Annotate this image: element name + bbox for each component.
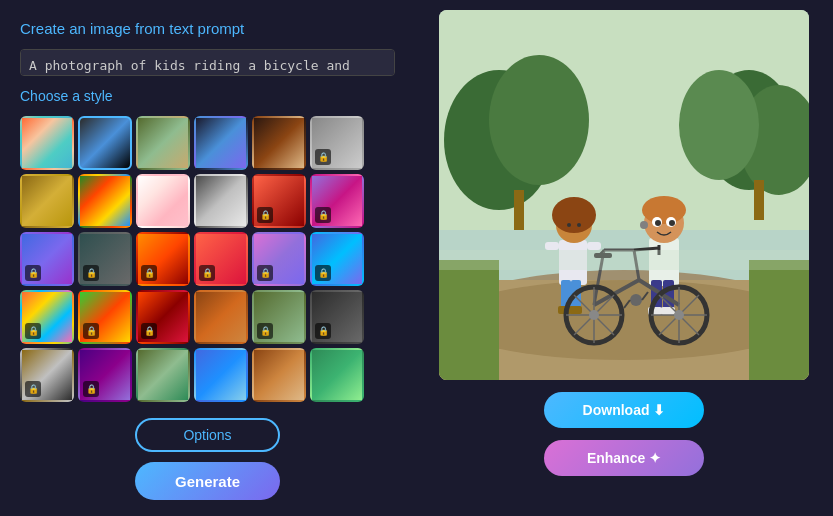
style-item[interactable] — [194, 174, 248, 228]
style-item[interactable]: 🔒 — [136, 290, 190, 344]
svg-point-22 — [567, 223, 571, 227]
lock-icon: 🔒 — [141, 265, 157, 281]
generate-button[interactable]: Generate — [135, 462, 280, 500]
lock-icon: 🔒 — [83, 381, 99, 397]
style-item[interactable] — [310, 348, 364, 402]
right-panel: Download ⬇ Enhance ✦ — [415, 0, 833, 516]
left-panel: Create an image from text prompt A photo… — [0, 0, 415, 516]
svg-rect-14 — [749, 260, 809, 380]
page-title: Create an image from text prompt — [20, 20, 395, 37]
svg-point-21 — [552, 197, 596, 233]
style-item[interactable] — [194, 348, 248, 402]
style-item[interactable] — [194, 116, 248, 170]
svg-rect-7 — [514, 190, 524, 230]
style-item[interactable]: 🔒 — [136, 232, 190, 286]
options-button[interactable]: Options — [135, 418, 280, 452]
lock-icon: 🔒 — [315, 265, 331, 281]
actions-area: Options Generate — [20, 418, 395, 500]
style-item[interactable] — [136, 116, 190, 170]
style-item[interactable]: 🔒 — [252, 232, 306, 286]
style-grid: 🔒 🔒 🔒 🔒 🔒 🔒 🔒 🔒 🔒 — [20, 116, 395, 402]
style-title: Choose a style — [20, 88, 395, 104]
style-item[interactable]: 🔒 — [310, 232, 364, 286]
lock-icon: 🔒 — [25, 381, 41, 397]
style-item[interactable] — [136, 174, 190, 228]
style-item[interactable] — [136, 348, 190, 402]
lock-icon: 🔒 — [257, 265, 273, 281]
style-item[interactable] — [20, 174, 74, 228]
lock-icon: 🔒 — [141, 323, 157, 339]
svg-rect-19 — [569, 306, 582, 314]
svg-point-23 — [577, 223, 581, 227]
lock-icon: 🔒 — [315, 323, 331, 339]
svg-point-57 — [589, 310, 599, 320]
style-item[interactable]: 🔒 — [20, 290, 74, 344]
svg-point-37 — [640, 221, 648, 229]
svg-rect-13 — [439, 260, 499, 380]
style-item[interactable] — [194, 290, 248, 344]
lock-icon: 🔒 — [83, 323, 99, 339]
style-item[interactable]: 🔒 — [78, 232, 132, 286]
style-item[interactable]: 🔒 — [20, 348, 74, 402]
svg-rect-62 — [439, 250, 809, 270]
style-item[interactable] — [78, 116, 132, 170]
style-item[interactable] — [20, 116, 74, 170]
svg-line-43 — [634, 248, 659, 250]
svg-point-3 — [489, 55, 589, 185]
style-item[interactable] — [78, 174, 132, 228]
svg-rect-24 — [545, 242, 559, 250]
lock-icon: 🔒 — [315, 149, 331, 165]
svg-point-59 — [630, 294, 642, 306]
lock-icon: 🔒 — [25, 323, 41, 339]
download-button[interactable]: Download ⬇ — [544, 392, 704, 428]
generated-image — [439, 10, 809, 380]
prompt-input[interactable]: A photograph of kids riding a bicycle an… — [20, 49, 395, 76]
svg-point-36 — [669, 220, 675, 226]
lock-icon: 🔒 — [199, 265, 215, 281]
enhance-button[interactable]: Enhance ✦ — [544, 440, 704, 476]
style-item[interactable]: 🔒 — [252, 290, 306, 344]
lock-icon: 🔒 — [25, 265, 41, 281]
svg-rect-25 — [587, 242, 601, 250]
style-item[interactable] — [252, 116, 306, 170]
style-item[interactable]: 🔒 — [78, 348, 132, 402]
lock-icon: 🔒 — [315, 207, 331, 223]
svg-rect-8 — [754, 180, 764, 220]
svg-point-6 — [679, 70, 759, 180]
style-item[interactable]: 🔒 — [310, 174, 364, 228]
style-item[interactable]: 🔒 — [78, 290, 132, 344]
svg-point-58 — [674, 310, 684, 320]
lock-icon: 🔒 — [257, 323, 273, 339]
style-item[interactable]: 🔒 — [194, 232, 248, 286]
style-item[interactable]: 🔒 — [310, 116, 364, 170]
lock-icon: 🔒 — [83, 265, 99, 281]
style-item[interactable]: 🔒 — [310, 290, 364, 344]
style-item[interactable]: 🔒 — [20, 232, 74, 286]
lock-icon: 🔒 — [257, 207, 273, 223]
style-item[interactable]: 🔒 — [252, 174, 306, 228]
svg-point-35 — [655, 220, 661, 226]
svg-point-32 — [642, 196, 686, 224]
style-item[interactable] — [252, 348, 306, 402]
